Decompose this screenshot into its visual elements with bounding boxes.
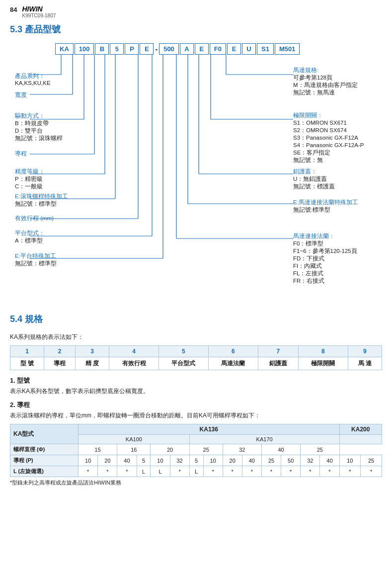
model-diagram: KA 100 B 5 P E - 500 A E F0 E U S1 M501 <box>10 43 382 303</box>
spec-columns-table: 1 2 3 4 5 6 7 8 9 型 號 導程 精 度 有效行程 平台型式 馬… <box>10 345 382 370</box>
logo-text: HIWIN <box>22 5 56 13</box>
col-label-3: 精 度 <box>76 357 109 370</box>
code-M501: M501 <box>275 43 300 55</box>
section-number: 5.3 <box>10 24 22 34</box>
label-table-special: E:平台特殊加工 無記號：標準型 <box>15 252 57 267</box>
code-KA: KA <box>55 43 74 55</box>
ka100-header: KA100 <box>78 435 190 444</box>
subsection-2-title: 2. 導程 <box>10 401 382 409</box>
col-label-6: 馬達法蘭 <box>208 357 258 370</box>
label-cover: 鋁護蓋： U：無鋁護蓋 無記號：標護蓋 <box>293 168 335 190</box>
code-B: B <box>95 43 109 55</box>
lh-label: L (左旋備選) <box>10 466 78 477</box>
ka200-sub-header <box>339 435 382 444</box>
code-E3: E <box>227 43 241 55</box>
lead-label: 導程 (P) <box>10 455 78 466</box>
d-25b: 25 <box>301 444 339 455</box>
subsection-1-text: 表示KA系列各型號，數字表示鋁擠型底座公稱寬度。 <box>10 387 382 396</box>
label-width: 寬度 <box>15 91 27 99</box>
label-lead: 導程 <box>15 150 27 158</box>
spec-section: KA系列規格的表示法如下： 1 2 3 4 5 6 7 8 9 型 號 導程 精… <box>10 333 382 486</box>
table-row-lead: 導程 (P) 10 20 40 5 10 32 5 10 20 40 25 50… <box>10 455 382 466</box>
col-label-1: 型 號 <box>10 357 44 370</box>
spec-intro: KA系列規格的表示法如下： <box>10 333 382 341</box>
col-num-5: 5 <box>158 346 208 357</box>
col-num-4: 4 <box>109 346 159 357</box>
label-table-type: 平台型式： A：標準型 <box>15 230 45 244</box>
table-row-diameter: 螺桿直徑 (Φ) 15 16 20 25 32 40 25 <box>10 444 382 455</box>
subsection-1-title: 1. 型號 <box>10 376 382 385</box>
table-row-left-hand: L (左旋備選) * * * L L * L * * * * * * * * * <box>10 466 382 477</box>
diameter-label: 螺桿直徑 (Φ) <box>10 444 78 455</box>
label-product-series: 產品系列： KA,KS,KU,KE <box>15 73 51 86</box>
col-num-7: 7 <box>258 346 298 357</box>
ka-lead-table: KA型式 KA136 KA200 KA100 KA170 螺桿直徑 (Φ) 15… <box>10 424 382 477</box>
section-label: 產品型號 <box>25 24 61 34</box>
code-100: 100 <box>75 43 94 55</box>
section-4-label: 規格 <box>25 314 43 324</box>
col-num-9: 9 <box>348 346 382 357</box>
d-32: 32 <box>223 444 261 455</box>
label-flange-special: E:馬達連接法蘭特殊加工 無記號:標準型 <box>293 199 358 214</box>
code-U: U <box>242 43 256 55</box>
code-5: 5 <box>110 43 124 55</box>
col-num-3: 3 <box>76 346 109 357</box>
code-F0: F0 <box>210 43 226 55</box>
label-limit-switch: 極限開關： S1：OMRON SX671 S2：OMRON SX674 S3：P… <box>293 112 364 164</box>
d-15: 15 <box>78 444 117 455</box>
col-label-8: 極限開關 <box>299 357 348 370</box>
col-num-2: 2 <box>44 346 76 357</box>
label-motor-spec: 馬達規格: 可參考第128頁 M：馬達規格由客戶指定 無記號：無馬達 <box>293 67 358 96</box>
code-P: P <box>125 43 139 55</box>
section-4-number: 5.4 <box>10 314 22 324</box>
label-ballscrew-special: E:滾珠螺桿特殊加工 無記號：標準型 <box>15 193 68 208</box>
ka-table-footnote: *型錄未列之高導程或左旋產品請洽HIWIN業務 <box>10 479 382 486</box>
col-label-4: 有效行程 <box>109 357 159 370</box>
label-precision: 精度等級： P：精密級 C：一般級 <box>15 168 45 190</box>
ka-type-header: KA型式 <box>10 424 78 444</box>
section-5-3-title: 5.3 產品型號 <box>10 23 382 35</box>
col-label-9: 馬 達 <box>348 357 382 370</box>
label-stroke: 有效行程 (mm) <box>15 215 54 222</box>
col-num-6: 6 <box>208 346 258 357</box>
code-S1: S1 <box>257 43 274 55</box>
d-20: 20 <box>151 444 189 455</box>
diagram-area: 產品系列： KA,KS,KU,KE 寬度 驅動方式： B：時規皮帶 D：雙平台 … <box>15 55 377 303</box>
col-num-8: 8 <box>299 346 348 357</box>
d-40: 40 <box>261 444 300 455</box>
d-25a: 25 <box>189 444 223 455</box>
code-E: E <box>140 43 154 55</box>
ka170-header: KA170 <box>189 435 339 444</box>
d-16: 16 <box>117 444 151 455</box>
page-number: 84 <box>10 6 17 13</box>
col-num-1: 1 <box>10 346 44 357</box>
code-E2: E <box>195 43 209 55</box>
logo-area: HIWIN K99TC09-1807 <box>22 5 56 18</box>
col-label-2: 導程 <box>44 357 76 370</box>
ka200-header: KA200 <box>339 424 382 435</box>
ka136-header: KA136 <box>78 424 339 435</box>
separator: - <box>154 45 158 53</box>
doc-id: K99TC09-1807 <box>22 13 56 18</box>
section-5-4-title: 5.4 規格 <box>10 313 382 325</box>
page-header: 84 HIWIN K99TC09-1807 <box>10 5 382 18</box>
subsection-2-text: 表示滾珠螺桿的導程，單位mm，即螺桿旋轉一圈滑台移動的距離。目前KA可用螺桿導程… <box>10 411 382 420</box>
label-drive-mode: 驅動方式： B：時規皮帶 D：雙平台 無記號：滾珠螺桿 <box>15 112 63 142</box>
label-motor-flange: 馬達連接法蘭： F0：標準型 F1~6：參考第120-125頁 FD：下接式 F… <box>293 233 357 285</box>
col-label-7: 鋁護蓋 <box>258 357 298 370</box>
col-label-5: 平台型式 <box>158 357 208 370</box>
code-A: A <box>180 43 194 55</box>
code-500: 500 <box>159 43 179 55</box>
